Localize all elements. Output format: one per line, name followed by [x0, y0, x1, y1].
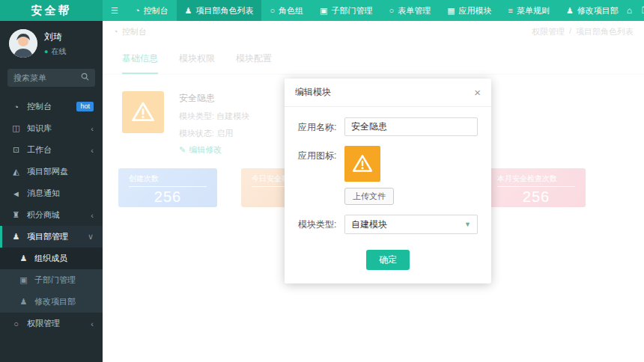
caret-down-icon: ▼ [464, 221, 471, 228]
sidebar-item-sub-department[interactable]: ▣ 子部门管理 [0, 269, 103, 291]
dialog-title: 编辑模块 [295, 86, 331, 99]
module-type-value: 自建模块 [351, 218, 387, 231]
sidebar-item-org-members[interactable]: ♟ 组织成员 [0, 248, 103, 269]
sidebar-toggle-button[interactable]: ☰ [103, 0, 127, 21]
module-type-label: 模块类型: [298, 215, 344, 231]
close-icon[interactable]: × [474, 87, 481, 98]
sidebar-search[interactable] [7, 69, 95, 87]
avatar [9, 29, 37, 58]
topnav-project-role-list[interactable]: ♟ 项目部角色列表 [177, 0, 262, 21]
sidebar-item-knowledge-base[interactable]: ◫ 知识库 ‹ [0, 117, 103, 139]
sidebar-item-edit-project[interactable]: ♟ 修改项目部 [0, 291, 103, 313]
list-icon: ≡ [508, 6, 513, 15]
dialog-header: 编辑模块 × [285, 79, 491, 107]
sidebar-item-project-management[interactable]: ♟ 项目部管理 ∨ [0, 226, 103, 248]
chevron-down-icon: ∨ [88, 232, 94, 242]
topnav-edit-project[interactable]: ♟ 修改项目部 [558, 0, 627, 21]
warning-triangle-icon [344, 146, 380, 182]
app-name-input[interactable] [344, 117, 478, 136]
home-icon[interactable]: ⌂ [627, 5, 632, 16]
knowledge-icon: ◫ [11, 123, 21, 133]
topnav-sub-department[interactable]: ▣ 子部门管理 [312, 0, 380, 21]
dialog-body: 应用名称: 应用图标: 上传文件 模块类型: 自建模块 ▼ [285, 107, 491, 247]
circle-icon: ○ [270, 6, 275, 15]
sidebar-item-dashboard[interactable]: ◔ 控制台 hot [0, 96, 103, 117]
app-name-label: 应用名称: [298, 117, 344, 134]
speaker-icon: ◄ [11, 189, 21, 198]
module-type-select[interactable]: 自建模块 ▼ [344, 215, 478, 234]
online-dot-icon: ● [44, 48, 48, 55]
chart-icon: ◭ [11, 167, 21, 177]
confirm-button[interactable]: 确定 [366, 250, 410, 270]
app-name-row: 应用名称: [298, 117, 478, 136]
app-icon-row: 应用图标: 上传文件 [298, 146, 478, 205]
sidebar-user-name: 刘琦 [44, 31, 66, 43]
chevron-left-icon: ‹ [91, 124, 94, 133]
app-icon-upload-group: 上传文件 [344, 146, 394, 205]
search-input[interactable] [13, 73, 78, 82]
user-icon: ♟ [19, 254, 28, 263]
users-icon: ♟ [185, 6, 192, 16]
sidebar-item-workbench[interactable]: ⊡ 工作台 ‹ [0, 139, 103, 161]
circle-icon: ○ [11, 319, 21, 328]
briefcase-icon: ▣ [320, 6, 327, 16]
circle-icon: ○ [389, 6, 394, 15]
search-icon [81, 73, 89, 83]
topnav-role-group[interactable]: ○ 角色组 [261, 0, 312, 21]
user-icon: ♟ [19, 297, 28, 307]
app-icon-label: 应用图标: [298, 146, 344, 162]
desktop-icon: ⊡ [11, 145, 21, 155]
topnav-dashboard[interactable]: ◔ 控制台 [127, 0, 177, 21]
sidebar-user-panel: 刘琦 ● 在线 [0, 21, 103, 67]
topnav-form-management[interactable]: ○ 表单管理 [380, 0, 439, 21]
sidebar-item-project-drive[interactable]: ◭ 项目部网盘 [0, 161, 103, 182]
topnav-menu-rules[interactable]: ≡ 菜单规则 [500, 0, 558, 21]
dashboard-icon: ◔ [135, 6, 140, 15]
main-content: ◔ 控制台 权限管理 / 项目部角色列表 基础信息 模块权限 模块配置 安全隐患… [103, 21, 644, 362]
topnav-app-modules[interactable]: ▦ 应用模块 [439, 0, 499, 21]
topbar: 安全帮 ☰ ◔ 控制台 ♟ 项目部角色列表 ○ 角色组 ▣ 子部门管理 ○ 表单… [0, 0, 644, 21]
sidebar-item-permissions[interactable]: ○ 权限管理 ‹ [0, 313, 103, 334]
chevron-left-icon: ‹ [91, 146, 94, 155]
module-type-row: 模块类型: 自建模块 ▼ [298, 215, 478, 234]
dialog-footer: 确定 [285, 247, 491, 283]
chevron-left-icon: ‹ [91, 319, 94, 328]
dashboard-icon: ◔ [11, 102, 21, 111]
edit-module-dialog: 编辑模块 × 应用名称: 应用图标: 上传文件 模块类型: 自建模块 [285, 79, 491, 283]
hamburger-icon: ☰ [111, 6, 118, 16]
table-icon: ▦ [447, 6, 455, 16]
sidebar-submenu: ♟ 组织成员 ▣ 子部门管理 ♟ 修改项目部 [0, 248, 103, 313]
sidebar-item-points-mall[interactable]: ♜ 积分商城 ‹ [0, 204, 103, 226]
sidebar: 刘琦 ● 在线 ◔ 控制台 hot ◫ 知识库 ‹ ⊡ 工作台 ‹ ◭ 项目部网… [0, 21, 103, 362]
topbar-right: ⌂ ❐ ⤢ 刘琦 ⚙ [627, 0, 644, 21]
upload-file-button[interactable]: 上传文件 [344, 188, 394, 205]
hot-badge: hot [76, 102, 94, 111]
user-icon: ♟ [566, 6, 574, 16]
sidebar-item-notifications[interactable]: ◄ 消息通知 [0, 182, 103, 204]
chevron-left-icon: ‹ [91, 211, 94, 220]
app-brand: 安全帮 [0, 0, 103, 21]
sidebar-user-status: ● 在线 [44, 46, 66, 57]
bank-icon: ♜ [11, 210, 21, 220]
users-icon: ♟ [11, 232, 21, 242]
briefcase-icon: ▣ [19, 275, 28, 285]
